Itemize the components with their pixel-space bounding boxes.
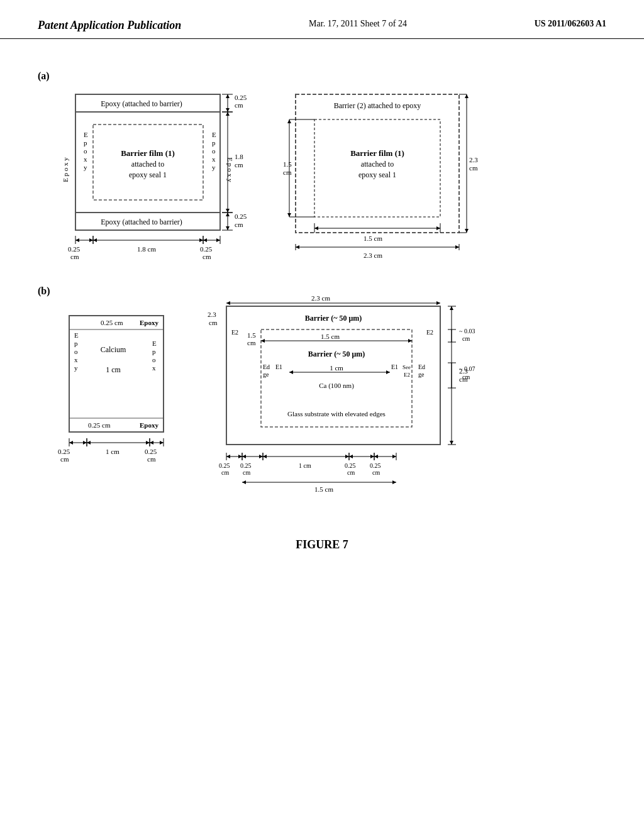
svg-text:E: E	[74, 331, 79, 339]
svg-text:cm: cm	[235, 161, 243, 169]
svg-marker-45	[75, 238, 79, 242]
figure-caption: FIGURE 7	[38, 538, 606, 551]
svg-marker-204	[349, 455, 353, 458]
svg-marker-198	[263, 455, 267, 458]
svg-marker-86	[436, 226, 440, 230]
svg-marker-199	[345, 455, 349, 458]
svg-text:p: p	[74, 340, 78, 347]
svg-marker-59	[216, 238, 220, 242]
svg-text:~ 0.07: ~ 0.07	[459, 365, 475, 372]
svg-marker-92	[455, 245, 459, 249]
svg-marker-46	[89, 238, 93, 242]
diagram-b1-svg: 0.25 cm Epoxy 0.25 cm Epoxy E p o x y Ca…	[44, 303, 182, 492]
svg-text:E: E	[212, 131, 216, 138]
svg-text:attached to: attached to	[131, 160, 164, 169]
svg-text:0.25: 0.25	[345, 462, 356, 469]
svg-text:cm: cm	[235, 221, 243, 228]
svg-text:1.5 cm: 1.5 cm	[321, 333, 340, 340]
svg-marker-184	[226, 455, 230, 458]
svg-text:2.3 cm: 2.3 cm	[364, 252, 382, 259]
svg-marker-167	[450, 306, 453, 310]
svg-marker-185	[238, 455, 242, 458]
svg-text:cm: cm	[372, 469, 380, 476]
svg-text:x: x	[152, 364, 156, 372]
svg-marker-128	[150, 441, 153, 445]
svg-text:1.5 cm: 1.5 cm	[364, 235, 382, 242]
svg-text:E: E	[152, 340, 157, 347]
svg-text:Barrier film (1): Barrier film (1)	[350, 148, 404, 158]
svg-text:1.5 cm: 1.5 cm	[314, 485, 333, 493]
svg-text:E1: E1	[275, 363, 282, 370]
svg-marker-122	[87, 441, 91, 445]
svg-text:E2: E2	[231, 329, 238, 336]
svg-text:cm: cm	[243, 469, 250, 476]
svg-text:0.25: 0.25	[200, 245, 213, 253]
svg-text:cm: cm	[60, 455, 69, 463]
svg-text:Barrier (2) attached to epoxy: Barrier (2) attached to epoxy	[334, 101, 421, 110]
svg-marker-123	[146, 441, 150, 445]
svg-text:cm: cm	[469, 164, 478, 172]
svg-text:cm: cm	[283, 169, 292, 176]
svg-text:cm: cm	[247, 339, 256, 346]
svg-marker-39	[226, 226, 230, 230]
svg-text:y: y	[84, 163, 87, 171]
diagram-a2: Barrier (2) attached to epoxy Barrier fi…	[283, 88, 491, 273]
svg-marker-154	[289, 370, 293, 374]
svg-text:E2: E2	[404, 372, 410, 378]
svg-text:o: o	[74, 348, 78, 355]
svg-text:epoxy seal 1: epoxy seal 1	[358, 170, 396, 179]
svg-text:0.25: 0.25	[235, 94, 247, 101]
svg-marker-211	[374, 455, 378, 458]
svg-text:1.5: 1.5	[247, 331, 256, 339]
svg-text:epoxy seal 1: epoxy seal 1	[129, 170, 167, 179]
svg-text:2.3: 2.3	[469, 156, 478, 163]
svg-text:cm: cm	[462, 374, 470, 380]
svg-text:E1: E1	[391, 363, 398, 370]
section-a-label: (a)	[38, 70, 50, 81]
svg-text:E p o x y: E p o x y	[62, 157, 69, 182]
svg-marker-129	[160, 441, 164, 445]
svg-text:attached to: attached to	[361, 160, 394, 169]
svg-text:See: See	[402, 364, 411, 370]
diagram-a2-svg: Barrier (2) attached to epoxy Barrier fi…	[283, 88, 491, 270]
svg-text:0.25: 0.25	[240, 462, 252, 469]
svg-marker-53	[199, 238, 203, 242]
svg-text:Epoxy (attached to barrier): Epoxy (attached to barrier)	[101, 99, 182, 108]
svg-text:y: y	[74, 364, 78, 372]
svg-marker-71	[287, 119, 291, 123]
svg-text:cm: cm	[221, 469, 229, 476]
svg-text:0.25 cm: 0.25 cm	[88, 421, 111, 429]
svg-text:1 cm: 1 cm	[106, 448, 119, 455]
svg-marker-31	[226, 112, 230, 116]
svg-marker-115	[69, 441, 73, 445]
diagram-b1: 0.25 cm Epoxy 0.25 cm Epoxy E p o x y Ca…	[44, 303, 182, 494]
svg-marker-38	[226, 213, 230, 216]
svg-text:1 cm: 1 cm	[106, 365, 121, 374]
svg-text:o: o	[84, 147, 87, 155]
svg-text:Barrier film (1): Barrier film (1)	[121, 148, 175, 158]
sheet-info: Mar. 17, 2011 Sheet 7 of 24	[309, 19, 407, 29]
svg-marker-52	[93, 238, 97, 242]
svg-marker-116	[83, 441, 87, 445]
section-b-label: (b)	[38, 285, 50, 296]
svg-text:0.25: 0.25	[370, 462, 381, 469]
svg-text:0.25: 0.25	[145, 448, 157, 455]
svg-text:cm: cm	[147, 455, 156, 463]
svg-text:Epoxy: Epoxy	[140, 319, 158, 326]
svg-text:x: x	[212, 155, 216, 163]
svg-marker-146	[261, 339, 265, 343]
diagram-b2: 2.3 cm 2.3 cm Barrier (~ 50 μm) E2 E2 1.…	[201, 290, 528, 519]
svg-marker-191	[242, 455, 246, 458]
svg-text:x: x	[74, 356, 78, 363]
svg-marker-32	[226, 209, 230, 213]
svg-text:o: o	[212, 147, 216, 155]
svg-marker-212	[392, 455, 396, 458]
svg-text:cm: cm	[70, 253, 79, 260]
svg-marker-205	[370, 455, 374, 458]
svg-text:1.5: 1.5	[283, 160, 292, 168]
svg-text:Barrier (~ 50 μm): Barrier (~ 50 μm)	[305, 314, 362, 323]
svg-marker-147	[408, 339, 412, 343]
svg-text:p: p	[84, 139, 87, 147]
page-header: Patent Application Publication Mar. 17, …	[0, 0, 644, 39]
svg-text:o: o	[152, 356, 156, 363]
